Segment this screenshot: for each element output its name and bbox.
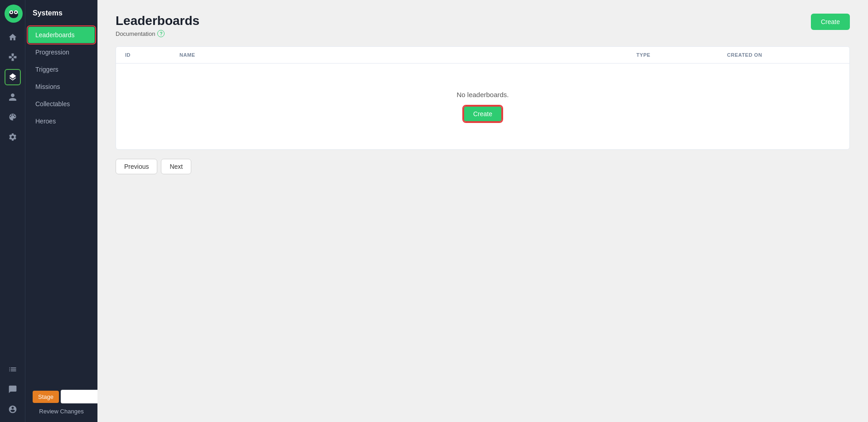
review-changes-link[interactable]: Review Changes: [33, 408, 90, 415]
gamepad-nav-icon[interactable]: [5, 49, 21, 65]
sidebar-item-missions[interactable]: Missions: [28, 79, 95, 95]
sidebar-item-progression[interactable]: Progression: [28, 44, 95, 60]
next-button[interactable]: Next: [161, 159, 191, 174]
user-nav-icon[interactable]: [5, 89, 21, 105]
svg-point-5: [15, 11, 17, 13]
page-title: Leaderboards: [116, 14, 199, 28]
svg-point-4: [10, 11, 12, 13]
documentation-label: Documentation: [116, 30, 155, 37]
icon-nav: [0, 0, 25, 422]
previous-button[interactable]: Previous: [116, 159, 157, 174]
sidebar-item-leaderboards[interactable]: Leaderboards: [28, 27, 95, 43]
table-empty-state: No leaderboards. Create: [116, 64, 849, 149]
icon-nav-bottom: [5, 361, 21, 417]
sidebar-item-triggers[interactable]: Triggers: [28, 61, 95, 78]
empty-message: No leaderboards.: [456, 91, 509, 98]
col-created-on: CREATED ON: [727, 52, 840, 58]
settings-nav-icon[interactable]: [5, 129, 21, 145]
col-name: NAME: [179, 52, 636, 58]
stage-row: Stage: [33, 390, 90, 403]
col-id: ID: [125, 52, 179, 58]
info-icon: ?: [157, 30, 165, 37]
sidebar: Systems Leaderboards Progression Trigger…: [25, 0, 97, 422]
leaderboards-table: ID NAME TYPE CREATED ON No leaderboards.…: [116, 46, 850, 150]
profile-nav-icon[interactable]: [5, 401, 21, 417]
sidebar-item-heroes[interactable]: Heroes: [28, 113, 95, 129]
page-header-left: Leaderboards Documentation ?: [116, 14, 199, 37]
col-type: TYPE: [636, 52, 727, 58]
home-nav-icon[interactable]: [5, 29, 21, 45]
main-content: Leaderboards Documentation ? Create ID N…: [97, 0, 868, 422]
pagination: Previous Next: [116, 159, 850, 174]
sidebar-title: Systems: [25, 5, 97, 26]
documentation-link[interactable]: Documentation ?: [116, 30, 199, 37]
sidebar-bottom: Stage Review Changes: [25, 383, 97, 422]
table-header: ID NAME TYPE CREATED ON: [116, 47, 849, 64]
layers-nav-icon[interactable]: [5, 69, 21, 85]
list-nav-icon[interactable]: [5, 361, 21, 378]
create-inline-button[interactable]: Create: [463, 106, 502, 122]
app-logo: [5, 5, 21, 21]
sidebar-item-collectables[interactable]: Collectables: [28, 96, 95, 112]
stage-button[interactable]: Stage: [33, 391, 59, 403]
palette-nav-icon[interactable]: [5, 109, 21, 125]
page-header: Leaderboards Documentation ? Create: [116, 14, 850, 37]
chat-nav-icon[interactable]: [5, 381, 21, 397]
create-header-button[interactable]: Create: [811, 14, 850, 30]
